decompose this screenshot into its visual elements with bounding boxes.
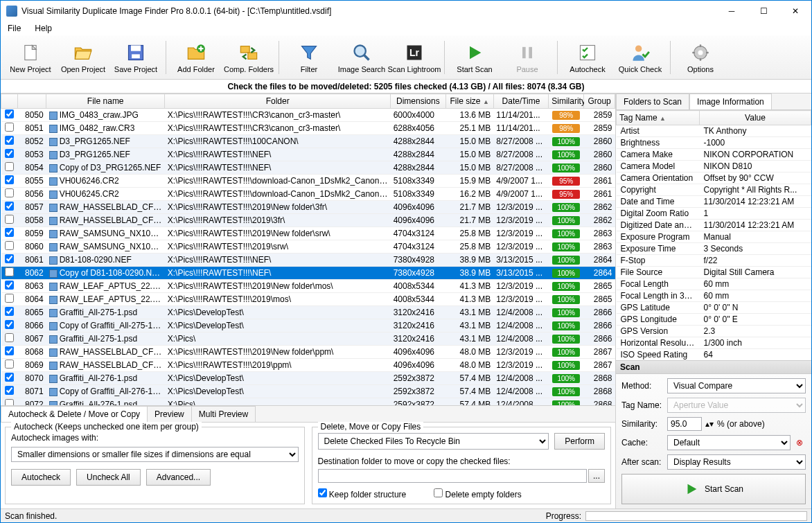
row-checkbox[interactable]	[5, 136, 14, 145]
table-row[interactable]: 8059RAW_SAMSUNG_NX100.SRWX:\Pics\!!!RAWT…	[1, 227, 615, 240]
new-project-button[interactable]: New Project	[5, 37, 56, 78]
quick-check-button[interactable]: Quick Check	[615, 37, 666, 78]
col-tag-name[interactable]: Tag Name ▲	[617, 111, 700, 125]
row-checkbox[interactable]	[5, 320, 14, 329]
table-row[interactable]: 8069RAW_HASSELBLAD_CFV.PPMX:\Pics\!!!RAW…	[1, 359, 615, 372]
table-row[interactable]: 8061D81-108-0290.NEFX:\Pics\!!!RAWTEST!!…	[1, 254, 615, 267]
cache-select[interactable]: Default	[667, 435, 791, 450]
row-checkbox[interactable]	[5, 188, 14, 197]
col-idx[interactable]	[18, 94, 46, 109]
row-checkbox[interactable]	[5, 215, 14, 224]
row-checkbox[interactable]	[5, 267, 14, 276]
tab-autocheck[interactable]: Autocheck & Delete / Move or Copy	[1, 406, 148, 422]
row-checkbox[interactable]	[5, 254, 14, 263]
open-project-button[interactable]: Open Project	[58, 37, 109, 78]
row-checkbox[interactable]	[5, 202, 14, 211]
table-row[interactable]: 8070Graffiti_All-276-1.psdX:\Pics\Develo…	[1, 372, 615, 385]
autocheck-button[interactable]: Autocheck	[11, 469, 71, 486]
table-row[interactable]: 8056VH0U6245.CR2X:\Pics\!!!RAWTEST!!!\do…	[1, 188, 615, 201]
row-checkbox[interactable]	[5, 109, 14, 118]
table-row[interactable]: 8064RAW_LEAF_APTUS_22.MOSX:\Pics\!!!RAWT…	[1, 293, 615, 306]
row-checkbox[interactable]	[5, 360, 14, 369]
table-row[interactable]: 8050IMG_0483_craw.JPGX:\Pics\!!!RAWTEST!…	[1, 109, 615, 122]
scan-lightroom-button[interactable]: LrScan Lightroom	[389, 37, 440, 78]
maximize-button[interactable]: ☐	[748, 1, 779, 21]
after-scan-select[interactable]: Display Results	[667, 454, 806, 470]
keep-folder-checkbox[interactable]: Keep folder structure	[318, 488, 407, 499]
col-similarity[interactable]: Similarity	[549, 94, 584, 109]
col-folder[interactable]: Folder	[165, 94, 391, 109]
tab-multi-preview[interactable]: Multi Preview	[191, 406, 256, 422]
table-row[interactable]: 8060RAW_SAMSUNG_NX100.SRWX:\Pics\!!!RAWT…	[1, 240, 615, 254]
row-checkbox[interactable]	[5, 281, 14, 290]
table-row[interactable]: 8051IMG_0482_raw.CR3X:\Pics\!!!RAWTEST!!…	[1, 122, 615, 135]
table-row[interactable]: 8058RAW_HASSELBLAD_CFV.3FRX:\Pics\!!!RAW…	[1, 214, 615, 227]
row-checkbox[interactable]	[5, 241, 14, 250]
close-button[interactable]: ✕	[779, 1, 811, 21]
table-row[interactable]: 8071Copy of Graffiti_All-276-1.psdX:\Pic…	[1, 385, 615, 398]
col-filesize[interactable]: File size ▲	[445, 94, 493, 109]
row-checkbox[interactable]	[5, 307, 14, 316]
spinner-icon[interactable]: ▴▾	[705, 419, 714, 429]
row-checkbox[interactable]	[5, 123, 14, 132]
table-row[interactable]: 8053D3_PRG1265.NEFX:\Pics\!!!RAWTEST!!!\…	[1, 148, 615, 161]
row-checkbox[interactable]	[5, 149, 14, 158]
row-filesize: 21.7 MB	[445, 201, 493, 214]
row-checkbox[interactable]	[5, 346, 14, 355]
row-checkbox[interactable]	[5, 162, 14, 171]
menu-help[interactable]: Help	[32, 22, 55, 35]
advanced-button[interactable]: Advanced...	[146, 469, 211, 486]
table-row[interactable]: 8063RAW_LEAF_APTUS_22.MOSX:\Pics\!!!RAWT…	[1, 280, 615, 293]
table-row[interactable]: 8055VH0U6246.CR2X:\Pics\!!!RAWTEST!!!\do…	[1, 175, 615, 188]
table-row[interactable]: 8054Copy of D3_PRG1265.NEFX:\Pics\!!!RAW…	[1, 161, 615, 175]
row-checkbox[interactable]	[5, 386, 14, 395]
table-row[interactable]: 8052D3_PRG1265.NEFX:\Pics\!!!RAWTEST!!!\…	[1, 135, 615, 148]
col-datetime[interactable]: Date/Time	[493, 94, 548, 109]
row-checkbox[interactable]	[5, 333, 14, 342]
filter-button[interactable]: Filter	[283, 37, 335, 78]
image-info-grid[interactable]: Tag Name ▲ Value ArtistTK AnthonyBrightn…	[616, 110, 811, 360]
minimize-button[interactable]: ─	[716, 1, 748, 21]
col-dimensions[interactable]: Dimensions	[391, 94, 445, 109]
save-project-button[interactable]: Save Project	[110, 37, 161, 78]
col-filename[interactable]: File name	[46, 94, 165, 109]
tab-folders-to-scan[interactable]: Folders to Scan	[616, 94, 689, 109]
start-scan-big-button[interactable]: Start Scan	[621, 474, 806, 504]
table-row[interactable]: 8062Copy of D81-108-0290.NEFX:\Pics\!!!R…	[1, 267, 615, 280]
delete-empty-checkbox[interactable]: Delete empty folders	[434, 488, 521, 499]
action-select[interactable]: Delete Checked Files To Recycle Bin	[318, 433, 549, 450]
menu-file[interactable]: File	[5, 22, 24, 35]
clear-cache-icon[interactable]: ⊗	[793, 438, 806, 447]
tab-image-information[interactable]: Image Information	[689, 94, 772, 109]
svg-rect-14	[529, 46, 532, 57]
table-row[interactable]: 8067Graffiti_All-275-1.psdX:\Pics\3120x2…	[1, 333, 615, 346]
row-checkbox[interactable]	[5, 399, 14, 405]
comp-folders-button[interactable]: Comp. Folders	[223, 37, 274, 78]
autocheck-criteria-select[interactable]: Smaller dimensions or smaller file sizes…	[11, 447, 299, 462]
table-row[interactable]: 8068RAW_HASSELBLAD_CFV.PPMX:\Pics\!!!RAW…	[1, 346, 615, 359]
tab-preview[interactable]: Preview	[147, 406, 192, 422]
row-checkbox[interactable]	[5, 175, 14, 184]
options-button[interactable]: Options	[675, 37, 726, 78]
perform-button[interactable]: Perform	[554, 433, 605, 450]
uncheck-all-button[interactable]: Uncheck All	[76, 469, 141, 486]
col-group[interactable]: Group	[584, 94, 615, 109]
image-search-button[interactable]: Image Search	[336, 37, 387, 78]
method-select[interactable]: Visual Compare	[667, 378, 806, 393]
add-folder-button[interactable]: Add Folder	[170, 37, 222, 78]
table-row[interactable]: 8072Graffiti_All-276-1.psdX:\Pics\2592x3…	[1, 398, 615, 406]
similarity-input[interactable]	[667, 417, 702, 431]
row-checkbox[interactable]	[5, 228, 14, 237]
table-row[interactable]: 8066Copy of Graffiti_All-275-1.psdX:\Pic…	[1, 319, 615, 333]
dest-folder-input[interactable]	[318, 469, 587, 483]
row-checkbox[interactable]	[5, 373, 14, 382]
autocheck-toolbar-button[interactable]: Autocheck	[562, 37, 613, 78]
col-value[interactable]: Value	[700, 111, 811, 125]
table-row[interactable]: 8057RAW_HASSELBLAD_CFV.3FRX:\Pics\!!!RAW…	[1, 201, 615, 214]
browse-button[interactable]: ...	[588, 469, 605, 483]
table-row[interactable]: 8065Graffiti_All-275-1.psdX:\Pics\Develo…	[1, 306, 615, 319]
results-grid[interactable]: File name Folder Dimensions File size ▲ …	[1, 94, 615, 405]
col-check[interactable]	[1, 94, 18, 109]
start-scan-button[interactable]: Start Scan	[449, 37, 500, 78]
row-checkbox[interactable]	[5, 294, 14, 303]
